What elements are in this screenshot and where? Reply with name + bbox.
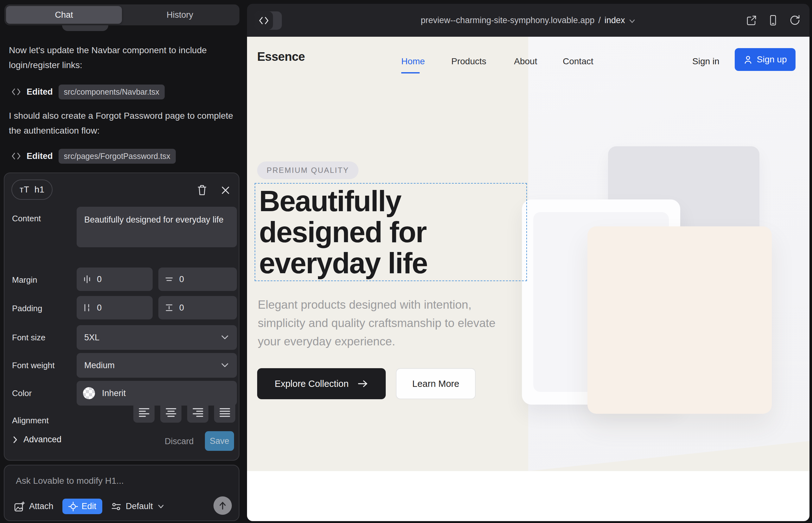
chrome-actions: [745, 4, 800, 37]
heading-line: designed for: [259, 216, 426, 248]
discard-button[interactable]: Discard: [165, 437, 194, 446]
learn-more-button[interactable]: Learn More: [396, 368, 476, 399]
mobile-view-button[interactable]: [767, 14, 779, 26]
preview-window: preview--charming-site-symphony.lovable.…: [247, 4, 810, 521]
selected-element-badge: тT h1: [12, 180, 53, 200]
font-weight-select[interactable]: Medium: [77, 353, 237, 378]
sign-up-button[interactable]: Sign up: [735, 48, 796, 71]
chat-sidebar: Chat History Now let's update the Navbar…: [0, 0, 243, 523]
margin-y-input[interactable]: 0: [158, 268, 237, 291]
url-bar[interactable]: preview--charming-site-symphony.lovable.…: [247, 4, 810, 37]
browser-chrome: preview--charming-site-symphony.lovable.…: [247, 4, 810, 37]
sign-in-link[interactable]: Sign in: [692, 56, 720, 67]
heading-line: Beautifully: [259, 185, 401, 217]
hero-paragraph: Elegant products designed with intention…: [258, 296, 520, 351]
sidebar-tabbar: Chat History: [4, 4, 240, 25]
advanced-toggle[interactable]: Advanced: [13, 435, 61, 445]
font-size-select[interactable]: 5XL: [77, 325, 237, 350]
composer-input[interactable]: [15, 475, 213, 486]
chevron-down-icon: [157, 504, 164, 509]
align-right-button[interactable]: [187, 402, 208, 422]
attach-image-icon: [14, 501, 25, 512]
arrow-right-icon: [357, 380, 368, 388]
nav-link-about[interactable]: About: [514, 56, 537, 67]
close-panel-button[interactable]: [219, 184, 232, 197]
padding-x-input[interactable]: 0: [77, 296, 153, 320]
attach-label: Attach: [29, 502, 54, 511]
font-size-value: 5XL: [84, 333, 100, 343]
heading-line: everyday life: [259, 247, 427, 279]
element-editor-panel: тT h1 Content Beautifully designed for e…: [4, 173, 240, 461]
nav-link-home[interactable]: Home: [401, 56, 425, 67]
padding-label: Padding: [12, 304, 42, 313]
chevron-right-icon: [13, 436, 18, 444]
align-left-icon: [138, 408, 150, 417]
arrow-up-icon: [218, 501, 227, 510]
edited-label: Edited: [27, 151, 53, 161]
file-badge[interactable]: src/components/Navbar.tsx: [58, 85, 165, 100]
code-icon: [12, 88, 21, 96]
model-default-button[interactable]: Default: [111, 502, 164, 511]
margin-x-value: 0: [97, 274, 102, 284]
font-weight-label: Font weight: [12, 361, 54, 371]
hero-heading[interactable]: Beautifully designed for everyday life: [259, 185, 427, 278]
padding-y-value: 0: [179, 303, 184, 313]
font-weight-value: Medium: [84, 361, 114, 371]
chevron-down-icon: [220, 335, 229, 340]
margin-x-input[interactable]: 0: [77, 268, 153, 291]
delete-element-button[interactable]: [196, 184, 208, 197]
margin-y-icon: [165, 275, 174, 283]
file-badge[interactable]: src/pages/ForgotPassword.tsx: [58, 149, 176, 164]
color-swatch-icon: [83, 387, 95, 399]
open-external-button[interactable]: [745, 14, 758, 26]
tab-chat[interactable]: Chat: [6, 6, 122, 24]
align-left-button[interactable]: [133, 402, 155, 422]
type-icon: тT: [20, 185, 30, 195]
close-icon: [221, 185, 230, 195]
hero-section: Essence Home Products About Contact Sign…: [247, 37, 810, 471]
site-logo[interactable]: Essence: [257, 50, 305, 64]
default-label: Default: [126, 502, 153, 511]
alignment-label: Alignment: [12, 416, 49, 426]
element-tag-label: h1: [35, 184, 44, 195]
margin-y-value: 0: [179, 274, 184, 284]
padding-y-icon: [165, 303, 174, 312]
align-justify-icon: [219, 408, 231, 417]
edit-mode-button[interactable]: Edit: [63, 499, 103, 514]
color-select[interactable]: Inherit: [77, 381, 237, 405]
save-button[interactable]: Save: [205, 431, 234, 451]
sliders-icon: [111, 502, 121, 511]
padding-x-value: 0: [97, 303, 102, 313]
advanced-label: Advanced: [23, 435, 61, 445]
align-justify-button[interactable]: [214, 402, 235, 422]
edited-label: Edited: [27, 87, 53, 97]
edit-label: Edit: [82, 502, 96, 511]
align-center-button[interactable]: [160, 402, 181, 422]
color-value: Inherit: [102, 389, 126, 398]
site-navbar: Essence Home Products About Contact Sign…: [247, 37, 810, 81]
explore-collection-button[interactable]: Explore Collection: [257, 368, 386, 399]
edited-file-row: Edited src/pages/ForgotPassword.tsx: [12, 147, 176, 165]
nav-link-products[interactable]: Products: [451, 56, 487, 67]
nav-link-contact[interactable]: Contact: [563, 56, 594, 67]
url-separator: /: [598, 16, 601, 25]
padding-y-input[interactable]: 0: [158, 296, 237, 320]
chat-composer: Attach Edit Default: [4, 465, 240, 521]
user-icon: [744, 55, 753, 64]
explore-label: Explore Collection: [275, 379, 349, 389]
premium-quality-badge: PREMIUM QUALITY: [257, 161, 358, 179]
app-root: Chat History Now let's update the Navbar…: [0, 0, 812, 523]
chat-message: Now let's update the Navbar component to…: [9, 43, 235, 72]
composer-toolbar: Attach Edit Default: [14, 499, 164, 514]
padding-x-icon: [83, 303, 91, 312]
send-button[interactable]: [213, 497, 232, 515]
content-input[interactable]: Beautifully designed for everyday life: [77, 207, 237, 247]
decorative-card-cream: [587, 227, 772, 414]
tab-history[interactable]: History: [122, 6, 238, 24]
refresh-button[interactable]: [789, 14, 800, 26]
site-page: Essence Home Products About Contact Sign…: [247, 37, 810, 521]
chat-message: I should also create a Forgot Password p…: [9, 108, 235, 138]
url-host: preview--charming-site-symphony.lovable.…: [421, 16, 595, 25]
edited-file-row: Edited src/components/Navbar.tsx: [12, 83, 165, 101]
attach-button[interactable]: Attach: [14, 501, 54, 512]
